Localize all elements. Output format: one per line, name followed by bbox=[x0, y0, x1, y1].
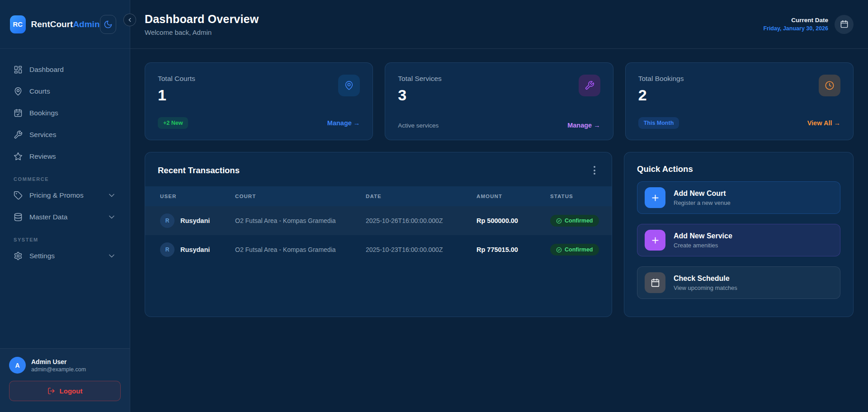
avatar: A bbox=[9, 357, 26, 374]
main-area: Dashboard Overview Welcome back, Admin C… bbox=[130, 0, 868, 412]
avatar: R bbox=[160, 242, 175, 257]
sidebar-item-services[interactable]: Services bbox=[10, 124, 120, 146]
sidebar-item-master-data[interactable]: Master Data bbox=[10, 206, 120, 228]
sidebar-item-settings[interactable]: Settings bbox=[10, 245, 120, 267]
sidebar-item-label: Pricing & Promos bbox=[29, 191, 84, 199]
status-label: Confirmed bbox=[565, 246, 593, 253]
brand-name-primary: RentCourt bbox=[31, 19, 73, 29]
sidebar-section-commerce: COMMERCE bbox=[14, 176, 116, 182]
sidebar-item-label: Courts bbox=[29, 87, 50, 95]
sidebar-item-label: Reviews bbox=[29, 152, 56, 161]
wrench-icon bbox=[579, 75, 600, 96]
add-new-service-button[interactable]: Add New Service Create amenities bbox=[637, 224, 840, 256]
user-cell: Rusydani bbox=[180, 246, 210, 253]
map-pin-icon bbox=[14, 87, 23, 96]
brand-logo: RC bbox=[10, 15, 26, 33]
court-cell: O2 Futsal Area - Kompas Gramedia bbox=[235, 217, 366, 224]
check-circle-icon bbox=[556, 247, 562, 253]
calendar-button[interactable] bbox=[835, 15, 854, 34]
calendar-icon bbox=[645, 272, 665, 293]
stat-label: Total Services bbox=[398, 75, 600, 83]
map-pin-icon bbox=[338, 75, 360, 96]
user-cell: Rusydani bbox=[180, 217, 210, 224]
status-label: Confirmed bbox=[565, 218, 593, 224]
stat-badge: This Month bbox=[638, 117, 679, 129]
logout-icon bbox=[47, 387, 55, 395]
action-subtitle: Create amenities bbox=[674, 242, 732, 249]
check-schedule-button[interactable]: Check Schedule View upcoming matches bbox=[637, 266, 840, 299]
chevron-down-icon bbox=[107, 191, 116, 200]
user-profile[interactable]: A Admin User admin@example.com bbox=[9, 357, 121, 374]
amount-cell: Rp 500000.00 bbox=[476, 217, 550, 224]
column-header-status: STATUS bbox=[550, 194, 597, 199]
view-all-bookings-link[interactable]: View All → bbox=[807, 119, 840, 127]
sidebar-item-label: Services bbox=[29, 131, 56, 139]
action-title: Check Schedule bbox=[674, 275, 737, 283]
page-subtitle: Welcome back, Admin bbox=[145, 28, 259, 36]
stat-value: 2 bbox=[638, 86, 840, 104]
sidebar-item-bookings[interactable]: Bookings bbox=[10, 102, 120, 124]
sidebar-item-label: Settings bbox=[29, 252, 55, 260]
stat-label: Total Bookings bbox=[638, 75, 840, 83]
chevron-left-icon bbox=[127, 17, 133, 23]
stat-card-total-bookings: Total Bookings 2 This Month View All → bbox=[625, 62, 854, 140]
dashboard-icon bbox=[14, 65, 23, 74]
sidebar-section-system: SYSTEM bbox=[14, 237, 116, 242]
sidebar: RC RentCourtAdmin Dashboard Courts bbox=[0, 0, 130, 412]
transactions-title: Recent Transactions bbox=[158, 166, 240, 175]
status-badge: Confirmed bbox=[550, 215, 599, 227]
stat-badge: +2 New bbox=[158, 117, 188, 129]
court-cell: O2 Futsal Area - Kompas Gramedia bbox=[235, 246, 366, 253]
chevron-down-icon bbox=[107, 251, 116, 260]
theme-toggle-button[interactable] bbox=[100, 15, 117, 34]
page-title: Dashboard Overview bbox=[145, 13, 259, 26]
avatar: R bbox=[160, 213, 175, 228]
table-row[interactable]: R Rusydani O2 Futsal Area - Kompas Grame… bbox=[145, 206, 612, 235]
sidebar-item-label: Master Data bbox=[29, 213, 67, 221]
add-new-court-button[interactable]: Add New Court Register a new venue bbox=[637, 181, 840, 214]
chevron-down-icon bbox=[107, 213, 116, 222]
kebab-menu-icon[interactable] bbox=[590, 164, 599, 176]
clock-icon bbox=[819, 75, 840, 96]
logo-row: RC RentCourtAdmin bbox=[0, 0, 130, 49]
column-header-date: DATE bbox=[366, 194, 476, 199]
recent-transactions-panel: Recent Transactions USER COURT DATE AMOU… bbox=[145, 152, 612, 317]
action-subtitle: View upcoming matches bbox=[674, 284, 737, 291]
stat-value: 3 bbox=[398, 86, 600, 104]
sidebar-item-label: Bookings bbox=[29, 109, 58, 117]
plus-icon bbox=[645, 230, 665, 251]
user-name: Admin User bbox=[31, 358, 86, 365]
check-circle-icon bbox=[556, 218, 562, 224]
stat-caption: Active services bbox=[398, 122, 439, 129]
brand-name-accent: Admin bbox=[73, 19, 99, 29]
table-row[interactable]: R Rusydani O2 Futsal Area - Kompas Grame… bbox=[145, 235, 612, 264]
current-date-value: Friday, January 30, 2026 bbox=[763, 25, 828, 32]
action-subtitle: Register a new venue bbox=[674, 199, 731, 206]
sidebar-item-courts[interactable]: Courts bbox=[10, 81, 120, 102]
gear-icon bbox=[14, 251, 23, 260]
column-header-court: COURT bbox=[235, 194, 366, 199]
status-badge: Confirmed bbox=[550, 244, 599, 256]
stat-value: 1 bbox=[158, 86, 360, 104]
sidebar-item-pricing-promos[interactable]: Pricing & Promos bbox=[10, 185, 120, 206]
manage-courts-link[interactable]: Manage → bbox=[327, 119, 360, 127]
date-cell: 2025-10-23T16:00:00.000Z bbox=[366, 246, 476, 253]
sidebar-collapse-button[interactable] bbox=[123, 14, 136, 26]
star-icon bbox=[14, 152, 23, 161]
sidebar-item-dashboard[interactable]: Dashboard bbox=[10, 59, 120, 81]
logout-button[interactable]: Logout bbox=[9, 381, 121, 401]
database-icon bbox=[14, 213, 23, 222]
tag-icon bbox=[14, 191, 23, 200]
moon-icon bbox=[104, 20, 113, 29]
panels-row: Recent Transactions USER COURT DATE AMOU… bbox=[145, 152, 854, 317]
sidebar-item-reviews[interactable]: Reviews bbox=[10, 146, 120, 167]
stats-row: Total Courts 1 +2 New Manage → Total Ser… bbox=[145, 62, 854, 140]
sidebar-item-label: Dashboard bbox=[29, 66, 64, 74]
column-header-user: USER bbox=[160, 194, 235, 199]
manage-services-link[interactable]: Manage → bbox=[567, 122, 600, 129]
wrench-icon bbox=[14, 130, 23, 139]
stat-label: Total Courts bbox=[158, 75, 360, 83]
calendar-icon bbox=[840, 20, 849, 28]
action-title: Add New Service bbox=[674, 232, 732, 240]
current-date-label: Current Date bbox=[763, 17, 828, 24]
